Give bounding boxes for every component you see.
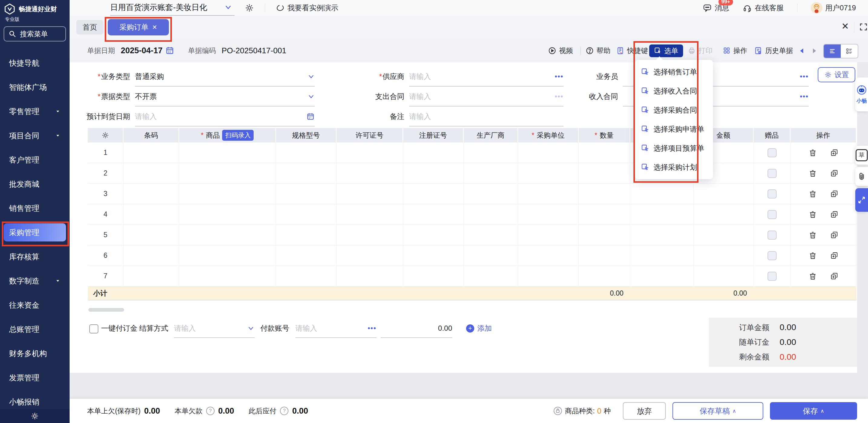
table-cell[interactable] xyxy=(403,246,464,266)
duplicate-row-icon[interactable] xyxy=(830,169,838,177)
table-cell[interactable] xyxy=(464,246,518,266)
table-cell[interactable] xyxy=(518,204,579,225)
table-cell[interactable] xyxy=(276,142,337,163)
table-cell[interactable] xyxy=(630,246,694,266)
table-cell[interactable] xyxy=(464,184,518,204)
sidebar-item[interactable]: 财务多机构 xyxy=(0,341,70,365)
table-cell[interactable] xyxy=(179,163,276,184)
gift-checkbox[interactable] xyxy=(768,210,777,219)
table-cell[interactable] xyxy=(790,266,857,287)
table-cell[interactable] xyxy=(123,204,179,225)
gear-icon[interactable] xyxy=(245,3,254,12)
sidebar-item[interactable]: 项目合同 xyxy=(0,124,70,148)
table-cell[interactable] xyxy=(753,266,790,287)
tab-home[interactable]: 首页 xyxy=(76,20,103,34)
close-icon[interactable]: ✕ xyxy=(841,22,849,31)
table-cell[interactable] xyxy=(579,225,630,246)
help-button[interactable]: 帮助 xyxy=(586,39,611,62)
table-cell[interactable] xyxy=(790,142,857,163)
field-input-text[interactable]: 请输入 xyxy=(409,107,563,127)
duplicate-row-icon[interactable] xyxy=(830,231,838,239)
table-cell[interactable] xyxy=(753,163,790,184)
delete-row-icon[interactable] xyxy=(809,272,817,280)
table-cell[interactable] xyxy=(403,163,464,184)
select-doc-button[interactable]: 选单 xyxy=(649,44,683,57)
sidebar-item[interactable]: 快捷导航 xyxy=(0,51,70,75)
column-settings-gear-icon[interactable] xyxy=(88,128,123,142)
table-cell[interactable] xyxy=(518,163,579,184)
sidebar-item[interactable]: 销售管理 xyxy=(0,196,70,220)
video-button[interactable]: 视频 xyxy=(548,39,573,62)
sidebar-settings-bar[interactable] xyxy=(0,409,70,423)
menu-item[interactable]: 选择采购合同 xyxy=(635,100,713,120)
table-cell[interactable] xyxy=(694,225,753,246)
delete-row-icon[interactable] xyxy=(809,169,817,177)
table-cell[interactable] xyxy=(179,266,276,287)
attachment-button[interactable] xyxy=(855,167,868,186)
sidebar-item[interactable]: 发票管理 xyxy=(0,365,70,390)
table-cell[interactable] xyxy=(464,204,518,225)
table-cell[interactable] xyxy=(123,225,179,246)
table-cell[interactable] xyxy=(790,163,857,184)
menu-item[interactable]: 选择项目预算单 xyxy=(635,138,713,158)
chevron-down-icon[interactable] xyxy=(308,73,315,80)
table-cell[interactable] xyxy=(753,184,790,204)
menu-item[interactable]: 选择采购计划 xyxy=(635,158,713,177)
sidebar-item[interactable]: 客户管理 xyxy=(0,148,70,172)
field-input-lookup-muted[interactable]: 请输入••• xyxy=(409,87,563,106)
table-cell[interactable] xyxy=(276,184,337,204)
table-cell[interactable] xyxy=(403,204,464,225)
actions-button[interactable]: 操作 xyxy=(723,39,747,62)
field-input-lookup[interactable]: 请输入••• xyxy=(409,67,563,87)
card-view-toggle[interactable] xyxy=(841,44,858,58)
add-payment-button[interactable]: + 添加 xyxy=(466,319,492,337)
table-cell[interactable] xyxy=(123,184,179,204)
table-cell[interactable] xyxy=(753,142,790,163)
table-cell[interactable] xyxy=(276,246,337,266)
table-cell[interactable] xyxy=(694,184,753,204)
scrollbar-thumb[interactable] xyxy=(88,308,124,312)
sidebar-item[interactable]: 批发商城 xyxy=(0,172,70,196)
table-cell[interactable] xyxy=(464,266,518,287)
field-input-date[interactable]: 请输入 xyxy=(135,107,315,127)
duplicate-row-icon[interactable] xyxy=(830,272,838,280)
gift-checkbox[interactable] xyxy=(768,272,777,281)
sidebar-item[interactable]: 智能体广场 xyxy=(0,75,70,99)
fullscreen-icon[interactable] xyxy=(859,22,868,31)
table-cell[interactable] xyxy=(123,246,179,266)
table-cell[interactable] xyxy=(123,266,179,287)
table-cell[interactable] xyxy=(276,266,337,287)
field-input-select[interactable]: 普通采购 xyxy=(135,67,315,87)
menu-item[interactable]: 选择收入合同 xyxy=(635,82,713,100)
sidebar-item[interactable]: 零售管理 xyxy=(0,99,70,124)
scan-entry-button[interactable]: 扫码录入 xyxy=(222,130,254,141)
draft-box-button[interactable]: 草 xyxy=(855,146,868,165)
table-cell[interactable] xyxy=(579,204,630,225)
duplicate-row-icon[interactable] xyxy=(830,210,838,219)
delete-row-icon[interactable] xyxy=(809,190,817,198)
hotkeys-button[interactable]: 快捷键 xyxy=(616,39,648,62)
table-cell[interactable] xyxy=(753,204,790,225)
table-cell[interactable] xyxy=(179,142,276,163)
table-cell[interactable] xyxy=(123,142,179,163)
table-cell[interactable] xyxy=(790,184,857,204)
table-cell[interactable] xyxy=(753,225,790,246)
table-cell[interactable] xyxy=(694,266,753,287)
demo-link[interactable]: 我要看实例演示 xyxy=(276,3,338,13)
close-tab-icon[interactable]: ✕ xyxy=(152,24,157,30)
list-view-toggle[interactable] xyxy=(824,44,841,58)
delete-row-icon[interactable] xyxy=(809,231,817,239)
table-cell[interactable] xyxy=(337,225,403,246)
field-input-select[interactable]: 不开票 xyxy=(135,87,315,106)
save-draft-button[interactable]: 保存草稿 ∧ xyxy=(673,402,763,420)
table-cell[interactable] xyxy=(694,246,753,266)
sidebar-item[interactable]: 采购管理 xyxy=(0,220,70,245)
sidebar-item[interactable]: 往来资金 xyxy=(0,293,70,317)
table-cell[interactable] xyxy=(403,225,464,246)
table-cell[interactable] xyxy=(276,204,337,225)
deposit-amount-input[interactable]: 0.00 xyxy=(381,319,452,338)
delete-row-icon[interactable] xyxy=(809,210,817,219)
gift-checkbox[interactable] xyxy=(768,169,777,178)
prev-arrow-icon[interactable] xyxy=(798,47,806,55)
table-cell[interactable] xyxy=(518,142,579,163)
